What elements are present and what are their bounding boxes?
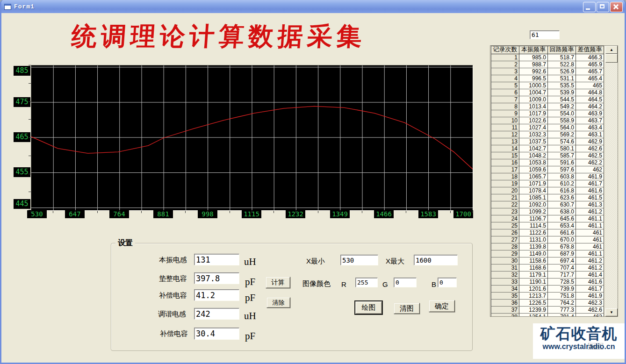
r-input[interactable] [355,278,378,287]
compensation-capacitance-2-input[interactable] [194,328,239,340]
table-row[interactable]: 2988.7522.8465.9 [491,61,604,68]
clear-button[interactable]: 清除 [266,297,290,308]
table-row[interactable]: 371239.9777.3462.6 [491,307,604,314]
table-row[interactable]: 91017.9554.0463.9 [491,110,604,117]
value-cell: 461.2 [576,208,604,215]
row-number-cell: 19 [491,180,519,187]
table-row[interactable]: 71009.0544.5464.5 [491,96,604,103]
table-row[interactable]: 111027.4564.0463.4 [491,124,604,131]
close-button[interactable] [610,2,623,12]
table-row[interactable]: 4996.5531.1465.4 [491,75,604,82]
scrollbar-thumb[interactable] [605,54,618,63]
compute-button[interactable]: 计算 [266,277,290,288]
value-cell: 1022.6 [519,117,548,124]
arrow-up-icon: ▲ [610,48,613,52]
value-cell: 462.3 [576,300,604,307]
value-cell: 463.7 [576,117,604,124]
table-row[interactable]: 61004.7539.9464.8 [491,89,604,96]
x-tick-mark [141,211,142,213]
ok-button[interactable]: 确定 [429,300,455,312]
minimize-button[interactable] [583,2,596,12]
table-row[interactable]: 191071.9610.2461.7 [491,180,604,187]
table-row[interactable]: 281139.8678.8461 [491,243,604,250]
table-row[interactable]: 291149.0687.9461.1 [491,250,604,257]
value-cell: 1122.6 [519,229,548,236]
table-row[interactable]: 181065.7603.8461.9 [491,173,604,180]
table-row[interactable]: 121032.3569.2463.1 [491,131,604,138]
value-cell: 544.5 [548,96,576,103]
x-tick-mark [340,211,340,213]
table-row[interactable]: 131037.5574.6462.9 [491,138,604,145]
table-row[interactable]: 351213.7751.8461.9 [491,293,604,300]
value-cell: 645.6 [548,215,576,222]
xmin-label: X最小 [306,257,325,266]
table-row[interactable]: 341201.6739.9461.7 [491,285,604,293]
record-count-input[interactable] [530,30,560,39]
value-cell: 630.7 [548,201,576,208]
table-row[interactable]: 81013.4549.2464.2 [491,103,604,110]
b-input[interactable] [438,278,457,287]
table-row[interactable]: 331190.1728.5461.6 [491,278,604,285]
xmin-input[interactable] [340,255,378,265]
xmax-input[interactable] [414,255,458,265]
y-tick-mark [29,174,31,174]
x-tick-mark [208,211,208,213]
table-row[interactable]: 3992.6526.9465.7 [491,68,604,75]
table-row[interactable]: 161053.8591.6462.2 [491,159,604,166]
y-tick-mark [29,192,31,192]
value-cell: 462.9 [576,138,604,145]
table-row[interactable]: 261122.6661.6461 [491,229,604,236]
value-cell: 1071.9 [519,180,548,187]
maximize-button[interactable] [597,2,609,12]
draw-button[interactable]: 绘图 [355,301,382,314]
row-number-cell: 33 [491,278,519,285]
table-row[interactable]: 361226.5764.2462.3 [491,300,604,307]
scroll-down-button[interactable]: ▼ [605,308,618,316]
value-cell: 1037.5 [519,138,548,145]
value-cell: 558.9 [548,117,576,124]
value-cell: 461 [576,243,604,250]
table-row[interactable]: 271131.0670.0461 [491,236,604,243]
row-number-cell: 30 [491,257,519,264]
table-row[interactable]: 141042.7580.1462.6 [491,145,604,152]
table-row[interactable]: 241106.7645.6461.1 [491,215,604,222]
table-row[interactable]: 311168.6707.4461.2 [491,264,604,271]
value-cell: 697.4 [548,257,576,264]
x-tick-mark [119,211,120,213]
padding-capacitance-input[interactable] [194,272,239,284]
value-cell: 461.1 [576,215,604,222]
row-number-cell: 23 [491,208,519,215]
table-row[interactable]: 381254.1791.4463 [491,314,604,317]
clear-plot-button[interactable]: 清图 [394,303,420,314]
table-row[interactable]: 301158.6697.4461.2 [491,257,604,264]
table-row[interactable]: 201078.4616.8461.6 [491,187,604,194]
row-number-cell: 14 [491,145,519,152]
table-row[interactable]: 231099.2638.0461.2 [491,208,604,215]
table-row[interactable]: 221092.0630.7461.3 [491,201,604,208]
table-row[interactable]: 1985.0518.7466.3 [491,54,604,61]
g-input[interactable] [394,278,417,287]
table-row[interactable]: 101022.6558.9463.7 [491,117,604,124]
scroll-up-button[interactable]: ▲ [605,46,618,54]
x-tick-mark [406,211,406,213]
table-scrollbar[interactable]: ▲ ▼ [605,46,618,316]
table-row[interactable]: 51000.5535.5465 [491,82,604,89]
value-cell: 461.1 [576,250,604,257]
x-tick-mark [252,211,252,213]
tuning-inductance-input[interactable] [194,308,239,320]
compensation-capacitance-1-input[interactable] [194,289,239,301]
value-cell: 463 [576,314,604,317]
table-row[interactable]: 211085.1623.6461.5 [491,194,604,201]
watermark-url: www.crystalradio.cn [533,342,625,351]
lo-inductance-input[interactable] [194,254,239,265]
table-row[interactable]: 151048.2585.7462.5 [491,152,604,159]
value-cell: 597.6 [548,166,576,173]
x-tick-mark [318,211,318,213]
table-row[interactable]: 321179.1717.7461.4 [491,271,604,278]
titlebar[interactable]: Form1 [0,0,626,13]
table-row[interactable]: 251114.5653.4461.1 [491,222,604,229]
row-number-cell: 26 [491,229,519,236]
value-cell: 1042.7 [519,145,548,152]
y-tick-mark [29,156,31,156]
table-row[interactable]: 171059.6597.6462 [491,166,604,173]
